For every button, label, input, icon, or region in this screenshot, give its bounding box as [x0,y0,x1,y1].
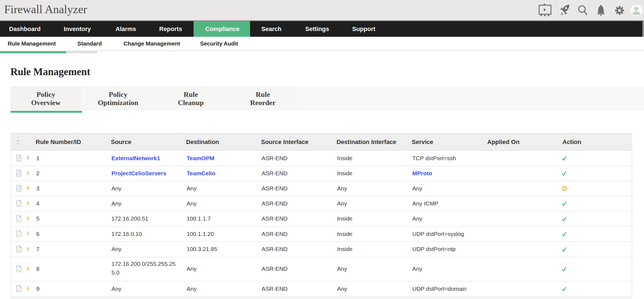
svg-text:x: x [18,218,20,221]
svg-text:x: x [18,248,20,252]
svg-text:x: x [18,288,20,291]
svg-text:x: x [18,233,20,236]
svg-text:x: x [18,202,20,206]
svg-text:x: x [18,268,20,271]
